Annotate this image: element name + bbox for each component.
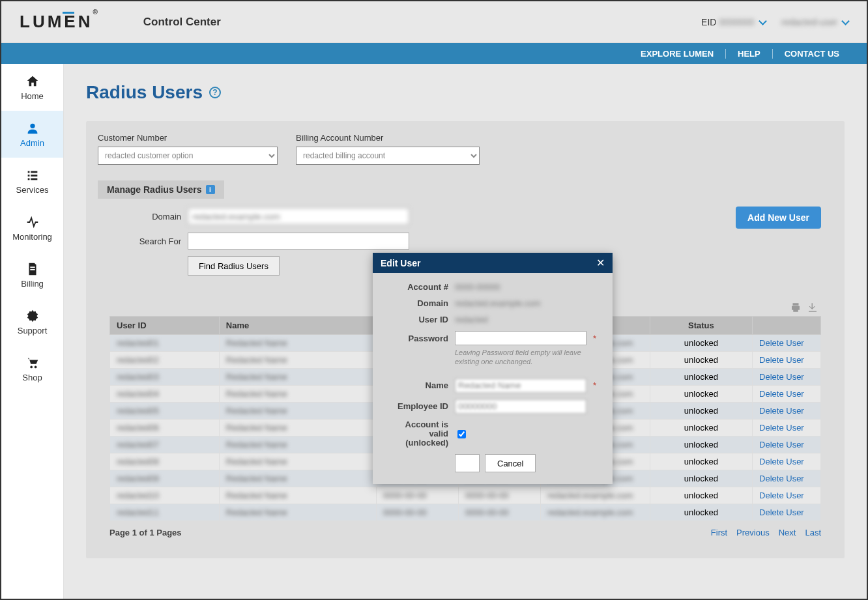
modal-title: Edit User — [381, 258, 420, 268]
user-name: Redacted Name — [226, 457, 287, 466]
modal-valid-checkbox[interactable] — [457, 430, 466, 438]
delete-user-link[interactable]: Delete User — [759, 423, 804, 433]
manage-heading: Manage Radius Users i — [98, 180, 224, 199]
search-for-input[interactable] — [188, 233, 409, 250]
user-name: Redacted Name — [226, 440, 287, 450]
col-userid[interactable]: User ID — [110, 317, 220, 335]
table-row: redacted10Redacted Name0000-00-000000-00… — [110, 487, 821, 504]
sidebar-item-label: Home — [21, 91, 44, 101]
user-id-link[interactable]: redacted10 — [117, 491, 159, 500]
svg-point-10 — [30, 365, 33, 368]
pager-first[interactable]: First — [711, 528, 727, 537]
cell-3: 0000-00-00 — [383, 491, 427, 500]
svg-rect-6 — [31, 178, 37, 180]
cart-icon — [25, 356, 40, 370]
nav-explore[interactable]: EXPLORE LUMEN — [629, 49, 725, 59]
user-id-link[interactable]: redacted11 — [117, 507, 159, 517]
delete-user-link[interactable]: Delete User — [759, 372, 804, 382]
cell-4: 0000-00-00 — [465, 507, 509, 517]
svg-rect-3 — [27, 175, 29, 177]
status-cell: unlocked — [684, 389, 718, 399]
delete-user-link[interactable]: Delete User — [759, 389, 804, 399]
delete-user-link[interactable]: Delete User — [759, 474, 804, 483]
user-id-link[interactable]: redacted08 — [117, 457, 159, 466]
customer-number-select[interactable]: redacted customer option — [98, 147, 278, 165]
domain-cell: redacted.example.com — [547, 491, 633, 500]
add-new-user-button[interactable]: Add New User — [736, 207, 821, 229]
col-actions — [753, 317, 821, 335]
sidebar-item-label: Shop — [22, 373, 42, 382]
status-cell: unlocked — [684, 440, 718, 450]
user-id-link[interactable]: redacted09 — [117, 474, 159, 483]
download-icon[interactable] — [807, 302, 818, 313]
user-id-link[interactable]: redacted02 — [117, 355, 159, 365]
invoice-icon — [25, 262, 40, 276]
app-name: Control Center — [143, 16, 221, 29]
col-status[interactable]: Status — [650, 317, 752, 335]
modal-name-input[interactable] — [455, 379, 586, 393]
user-id-link[interactable]: redacted03 — [117, 372, 159, 382]
sidebar-item-admin[interactable]: Admin — [1, 111, 63, 158]
col-name[interactable]: Name — [219, 317, 376, 335]
modal-save-button[interactable] — [455, 454, 480, 472]
user-menu[interactable]: redacted-user — [781, 17, 848, 27]
nav-help[interactable]: HELP — [725, 49, 772, 59]
activity-icon — [25, 215, 40, 229]
manage-heading-text: Manage Radius Users — [107, 184, 202, 195]
domain-input[interactable] — [188, 208, 409, 225]
sidebar-item-billing[interactable]: Billing — [1, 251, 63, 298]
modal-close-icon[interactable]: ✕ — [596, 257, 605, 269]
required-icon: * — [593, 380, 600, 390]
modal-header: Edit User ✕ — [373, 253, 613, 273]
delete-user-link[interactable]: Delete User — [759, 355, 804, 365]
info-icon[interactable]: i — [206, 185, 215, 194]
sidebar-item-support[interactable]: Support — [1, 298, 63, 345]
username: redacted-user — [781, 17, 837, 27]
help-icon[interactable]: ? — [209, 87, 221, 98]
user-id-link[interactable]: redacted07 — [117, 440, 159, 450]
chevron-down-icon — [759, 17, 767, 25]
svg-point-11 — [34, 365, 36, 368]
modal-empid-input[interactable] — [455, 399, 586, 414]
pager-summary: Page 1 of 1 Pages — [109, 528, 182, 537]
modal-cancel-button[interactable]: Cancel — [485, 454, 536, 472]
pager-next[interactable]: Next — [779, 528, 796, 537]
modal-userid-value: redacted — [455, 315, 586, 324]
pager-prev[interactable]: Previous — [736, 528, 770, 537]
delete-user-link[interactable]: Delete User — [759, 338, 804, 348]
modal-valid-label: Account is valid (unlocked) — [386, 420, 448, 448]
ban-label: Billing Account Number — [296, 133, 480, 143]
user-id-link[interactable]: redacted06 — [117, 423, 159, 433]
svg-rect-7 — [30, 266, 35, 268]
sidebar-item-monitoring[interactable]: Monitoring — [1, 205, 63, 251]
delete-user-link[interactable]: Delete User — [759, 491, 804, 500]
modal-password-input[interactable] — [455, 331, 586, 345]
home-icon — [25, 74, 40, 89]
user-id-link[interactable]: redacted01 — [117, 338, 159, 348]
print-icon[interactable] — [790, 302, 802, 313]
chevron-down-icon — [841, 17, 850, 25]
pager-last[interactable]: Last — [805, 528, 821, 537]
find-radius-users-button[interactable]: Find Radius Users — [188, 256, 280, 276]
status-cell: unlocked — [684, 474, 718, 483]
sidebar-item-home[interactable]: Home — [1, 64, 63, 111]
user-id-link[interactable]: redacted04 — [117, 389, 159, 399]
sidebar-item-shop[interactable]: Shop — [1, 345, 63, 392]
delete-user-link[interactable]: Delete User — [759, 457, 804, 466]
sidebar-item-services[interactable]: Services — [1, 158, 63, 205]
svg-rect-4 — [31, 175, 37, 177]
sidebar-item-label: Admin — [20, 138, 44, 148]
eid-value: 0000000 — [719, 17, 755, 27]
ban-select[interactable]: redacted billing account — [296, 147, 480, 165]
user-name: Redacted Name — [226, 372, 287, 382]
domain-label: Domain — [109, 212, 181, 221]
user-id-link[interactable]: redacted05 — [117, 406, 159, 416]
user-icon — [25, 121, 40, 136]
delete-user-link[interactable]: Delete User — [759, 507, 804, 517]
svg-rect-8 — [30, 269, 35, 270]
delete-user-link[interactable]: Delete User — [759, 440, 804, 450]
eid-display[interactable]: EID 0000000 — [701, 17, 766, 27]
nav-contact[interactable]: CONTACT US — [772, 49, 851, 59]
eid-label: EID — [701, 17, 716, 27]
delete-user-link[interactable]: Delete User — [759, 406, 804, 416]
